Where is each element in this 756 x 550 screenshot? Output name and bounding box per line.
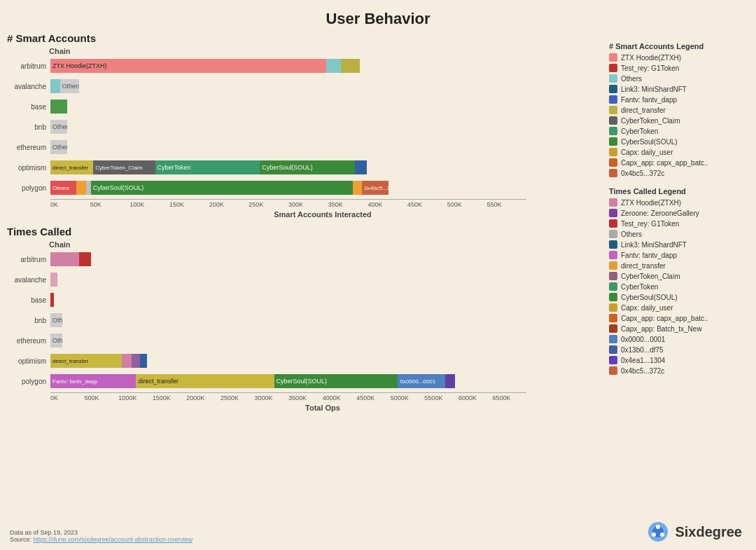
legend-item: ZTX Hoodie(ZTXH) (609, 198, 749, 207)
bar-track: Fantv: fantv_dapp direct_transfer CyberS… (50, 374, 526, 388)
legend-color-swatch (609, 335, 617, 343)
bar-segment: Others (60, 79, 79, 93)
legend-color-swatch (609, 74, 617, 83)
segment-label: direct_transfer (50, 358, 90, 364)
segment-label: Fantv: fantv_dapp (50, 378, 99, 385)
times-called-section: Times Called Chain arbitrum avalanche (7, 226, 595, 412)
smart-accounts-title: # Smart Accounts (7, 32, 595, 44)
legend-color-swatch (609, 356, 617, 364)
table-row: optimism direct_transfer CyberToken_Clai… (7, 158, 595, 177)
table-row: ethereum Others (7, 138, 595, 156)
legend-item: Others (609, 230, 749, 238)
bar-segment: Others (50, 140, 67, 154)
legend-item-label: CyberSoul(SOUL) (621, 138, 678, 146)
times-called-legend-title: Times Called Legend (609, 187, 749, 195)
bar-segment: direct_transfer (50, 354, 122, 368)
bar-segment: Others (50, 313, 62, 327)
chain-label: arbitrum (7, 62, 50, 70)
chain-axis-label-2: Chain (49, 240, 595, 249)
legend-color-swatch (609, 261, 617, 270)
legend-item-label: Zeroone: ZerooneGallery (621, 209, 699, 217)
segment-label: ZTX Hoodie(ZTXH) (50, 62, 109, 69)
legend-item-label: ZTX Hoodie(ZTXH) (621, 54, 681, 62)
legend-area: # Smart Accounts Legend ZTX Hoodie(ZTXH)… (602, 32, 749, 412)
legend-item-label: Link3: MiniShardNFT (621, 85, 687, 93)
legend-item: 0x4bc5...372c (609, 366, 749, 375)
legend-color-swatch (609, 116, 617, 125)
segment-label: Others (50, 123, 67, 130)
brand-name: Sixdegree (675, 524, 742, 540)
x-axis-times-called: 0K 500K 1000K 1500K 2000K 2500K 3000K 35… (50, 392, 526, 401)
chain-label: ethereum (7, 337, 50, 345)
bar-segment: CyberToken (155, 160, 260, 174)
bar-segment: CyberSoul(SOUL) (274, 374, 398, 388)
segment-label: Others (50, 144, 67, 151)
segment-label: 0x0000...0001 (398, 378, 438, 385)
legend-item-label: Test_rey: G1Token (621, 220, 679, 228)
legend-color-swatch (609, 198, 617, 207)
bar-segment (50, 273, 57, 287)
table-row: optimism direct_transfer (7, 352, 595, 370)
legend-item: CyberToken_Claim (609, 116, 749, 125)
legend-item: 0x4ea1...1304 (609, 356, 749, 364)
charts-area: # Smart Accounts Chain arbitrum ZTX Hood… (7, 32, 602, 412)
times-called-legend: ZTX Hoodie(ZTXH)Zeroone: ZerooneGalleryT… (609, 198, 749, 375)
legend-color-swatch (609, 95, 617, 104)
table-row: bnb Others (7, 311, 595, 329)
legend-color-swatch (609, 127, 617, 135)
brand: Sixdegree (647, 521, 742, 543)
chain-axis-label-1: Chain (49, 47, 595, 55)
legend-item-label: Others (621, 231, 642, 238)
legend-item: 0x0000...0001 (609, 335, 749, 343)
segment-label: direct_transfer (50, 165, 90, 171)
times-called-title: Times Called (7, 226, 595, 238)
sixdegree-logo-icon (647, 521, 669, 543)
legend-item: CyberToken_Claim (609, 272, 749, 280)
bar-segment: direct_transfer (136, 374, 274, 388)
times-called-x-axis-title: Total Ops (50, 404, 595, 412)
legend-color-swatch (609, 272, 617, 280)
legend-item: Zeroone: ZerooneGallery (609, 209, 749, 217)
legend-item-label: Capx: daily_user (621, 149, 673, 156)
bar-segment: 0x4bc5...372c (362, 181, 388, 195)
legend-item: Test_rey: G1Token (609, 219, 749, 228)
bar-segment: CyberToken_Claim (93, 160, 155, 174)
smart-accounts-legend-title: # Smart Accounts Legend (609, 42, 749, 50)
segment-label: CyberSoul(SOUL) (91, 184, 146, 191)
legend-color-swatch (609, 148, 617, 156)
times-called-chart: arbitrum avalanche base (7, 250, 595, 412)
legend-item: Fantv: fantv_dapp (609, 251, 749, 259)
segment-label: Others (60, 83, 79, 90)
chain-label: optimism (7, 357, 50, 365)
bar-segment (140, 354, 147, 368)
legend-item: Test_rey: G1Token (609, 64, 749, 72)
source-link[interactable]: https://dune.com/sixdegree/account-abstr… (34, 536, 193, 543)
bar-segment: CyberSoul(SOUL) (260, 160, 355, 174)
legend-item-label: 0x13b0...df75 (621, 346, 664, 354)
legend-color-swatch (609, 53, 617, 62)
legend-item-label: ZTX Hoodie(ZTXH) (621, 199, 681, 207)
legend-color-swatch (609, 158, 617, 167)
table-row: base (7, 291, 595, 309)
legend-item: Capx_app: Batch_tx_New (609, 324, 749, 333)
legend-item-label: Capx_app: capx_app_batc.. (621, 159, 708, 167)
legend-item-label: Capx_app: capx_app_batc.. (621, 315, 708, 322)
bar-track: direct_transfer CyberToken_Claim CyberTo… (50, 160, 526, 174)
legend-color-swatch (609, 219, 617, 228)
legend-item: CyberToken (609, 282, 749, 291)
legend-color-swatch (609, 251, 617, 259)
legend-item: CyberSoul(SOUL) (609, 137, 749, 146)
table-row: ethereum Others (7, 331, 595, 350)
legend-item-label: CyberToken (621, 283, 658, 291)
page-title: User Behavior (0, 0, 756, 32)
bar-track: ZTX Hoodie(ZTXH) (50, 59, 526, 73)
chain-label: arbitrum (7, 256, 50, 263)
legend-color-swatch (609, 240, 617, 249)
legend-item-label: Link3: MiniShardNFT (621, 241, 687, 249)
bar-track (50, 273, 526, 287)
legend-item: Capx: daily_user (609, 303, 749, 312)
bar-segment (50, 293, 54, 307)
legend-item-label: 0x4ea1...1304 (621, 357, 665, 364)
table-row: avalanche (7, 270, 595, 289)
legend-item: 0x13b0...df75 (609, 345, 749, 354)
